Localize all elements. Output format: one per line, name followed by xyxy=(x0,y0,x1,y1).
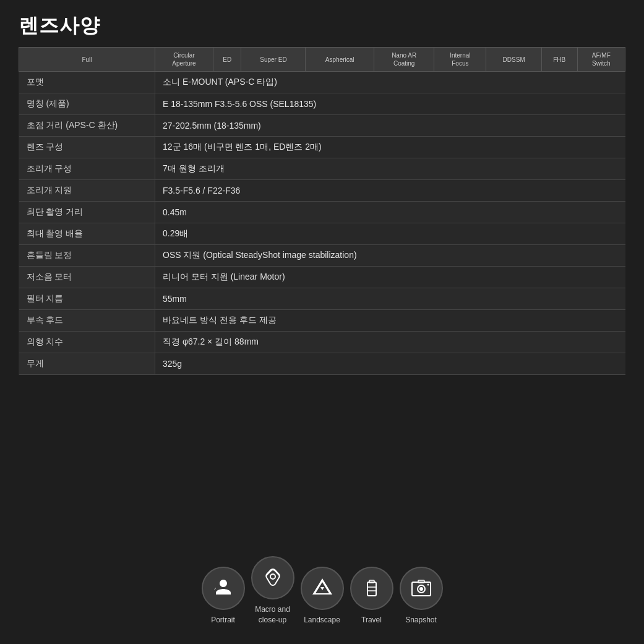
landscape-icon xyxy=(301,567,344,610)
header-ed: ED xyxy=(213,48,241,72)
row-label: 외형 치수 xyxy=(19,332,155,353)
table-row: 조리개 지원F3.5-F5.6 / F22-F36 xyxy=(19,180,625,202)
page-title: 렌즈사양 xyxy=(19,12,625,40)
row-value: 27-202.5mm (18-135mm) xyxy=(155,115,625,137)
row-label: 저소음 모터 xyxy=(19,267,155,288)
row-label: 흔들림 보정 xyxy=(19,245,155,267)
row-label: 최단 촬영 거리 xyxy=(19,202,155,223)
table-row: 명칭 (제품)E 18-135mm F3.5-5.6 OSS (SEL18135… xyxy=(19,93,625,115)
table-header-row: Full CircularAperture ED Super ED Aspher… xyxy=(19,48,625,72)
icon-item-macro: Macro andclose-up xyxy=(251,556,294,625)
header-fhb: FHB xyxy=(541,48,577,72)
travel-icon xyxy=(350,567,393,610)
row-value: 55mm xyxy=(155,288,625,310)
spec-table: Full CircularAperture ED Super ED Aspher… xyxy=(19,47,625,375)
row-label: 무게 xyxy=(19,353,155,375)
header-full: Full xyxy=(19,48,155,72)
table-row: 렌즈 구성12군 16매 (비구면 렌즈 1매, ED렌즈 2매) xyxy=(19,137,625,158)
table-row: 조리개 구성7매 원형 조리개 xyxy=(19,158,625,180)
row-value: 12군 16매 (비구면 렌즈 1매, ED렌즈 2매) xyxy=(155,137,625,158)
header-nano-ar: Nano ARCoating xyxy=(374,48,434,72)
table-row: 흔들림 보정OSS 지원 (Optical SteadyShot image s… xyxy=(19,245,625,267)
portrait-icon xyxy=(202,567,245,610)
table-row: 초점 거리 (APS-C 환산)27-202.5mm (18-135mm) xyxy=(19,115,625,137)
table-row: 필터 지름55mm xyxy=(19,288,625,310)
icon-item-portrait: Portrait xyxy=(202,567,245,625)
table-row: 최대 촬영 배율0.29배 xyxy=(19,223,625,245)
row-label: 초점 거리 (APS-C 환산) xyxy=(19,115,155,137)
row-value: 바요네트 방식 전용 후드 제공 xyxy=(155,310,625,332)
header-aspherical: Aspherical xyxy=(306,48,374,72)
table-row: 부속 후드바요네트 방식 전용 후드 제공 xyxy=(19,310,625,332)
snapshot-label: Snapshot xyxy=(405,615,437,625)
row-label: 렌즈 구성 xyxy=(19,137,155,158)
header-super-ed: Super ED xyxy=(241,48,306,72)
travel-label: Travel xyxy=(361,615,382,625)
row-value: 7매 원형 조리개 xyxy=(155,158,625,180)
row-label: 최대 촬영 배율 xyxy=(19,223,155,245)
icon-item-landscape: Landscape xyxy=(301,567,344,625)
table-row: 최단 촬영 거리0.45m xyxy=(19,202,625,223)
row-label: 포맷 xyxy=(19,72,155,93)
header-internal-focus: InternalFocus xyxy=(434,48,486,72)
table-row: 저소음 모터리니어 모터 지원 (Linear Motor) xyxy=(19,267,625,288)
header-ddssm: DDSSM xyxy=(486,48,542,72)
row-label: 조리개 지원 xyxy=(19,180,155,202)
row-label: 조리개 구성 xyxy=(19,158,155,180)
macro-icon xyxy=(251,556,294,599)
landscape-label: Landscape xyxy=(304,615,340,625)
portrait-label: Portrait xyxy=(211,615,235,625)
table-row: 외형 치수직경 φ67.2 × 길이 88mm xyxy=(19,332,625,353)
row-label: 부속 후드 xyxy=(19,310,155,332)
row-value: 직경 φ67.2 × 길이 88mm xyxy=(155,332,625,353)
svg-point-6 xyxy=(419,587,423,591)
row-label: 명칭 (제품) xyxy=(19,93,155,115)
svg-point-8 xyxy=(427,584,429,586)
icon-item-snapshot: Snapshot xyxy=(400,567,443,625)
header-circular-aperture: CircularAperture xyxy=(155,48,213,72)
row-value: F3.5-F5.6 / F22-F36 xyxy=(155,180,625,202)
row-value: 0.29배 xyxy=(155,223,625,245)
row-value: 리니어 모터 지원 (Linear Motor) xyxy=(155,267,625,288)
row-value: OSS 지원 (Optical SteadyShot image stabili… xyxy=(155,245,625,267)
row-label: 필터 지름 xyxy=(19,288,155,310)
table-row: 무게325g xyxy=(19,353,625,375)
row-value: 0.45m xyxy=(155,202,625,223)
svg-rect-0 xyxy=(367,582,376,596)
macro-label: Macro andclose-up xyxy=(255,604,290,625)
row-value: E 18-135mm F3.5-5.6 OSS (SEL18135) xyxy=(155,93,625,115)
table-row: 포맷소니 E-MOUNT (APS-C 타입) xyxy=(19,72,625,93)
bottom-icons-section: Portrait Macro andclose-up Landscape Tra… xyxy=(19,381,625,638)
row-value: 325g xyxy=(155,353,625,375)
row-value: 소니 E-MOUNT (APS-C 타입) xyxy=(155,72,625,93)
header-afmf: AF/MFSwitch xyxy=(577,48,625,72)
snapshot-icon xyxy=(400,567,443,610)
icon-item-travel: Travel xyxy=(350,567,393,625)
